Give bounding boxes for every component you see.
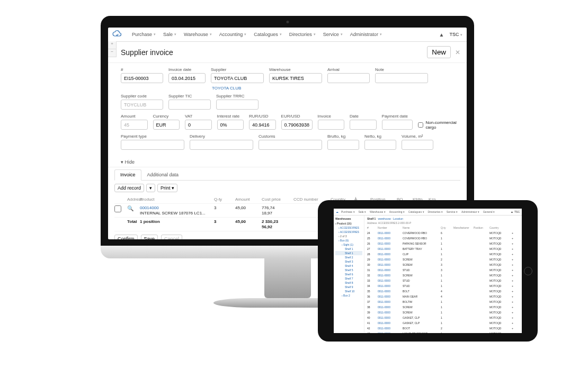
tree-item[interactable]: Shelf 1	[335, 251, 362, 255]
product-number-link[interactable]: 0011-0000	[378, 316, 402, 320]
product-number-link[interactable]: 0011-0000	[378, 247, 402, 251]
hide-toggle[interactable]: ▾ Hide	[108, 158, 467, 166]
payment-date-input[interactable]	[382, 120, 413, 130]
grid-cell[interactable]: +	[512, 236, 519, 240]
product-number-link[interactable]: 0011-0000	[378, 279, 402, 283]
date-field[interactable]	[350, 120, 377, 130]
tree-item[interactable]: Shelf 4	[335, 264, 362, 268]
product-number-link[interactable]: 0011-0000	[378, 268, 402, 272]
product-number-link[interactable]: 0011-0000	[378, 321, 402, 325]
tree-item[interactable]: Shelf 5	[335, 268, 362, 272]
new-button[interactable]: New	[427, 46, 451, 58]
tree-item[interactable]: Shelf 6	[335, 272, 362, 276]
cancel-button[interactable]: Cancel	[161, 235, 182, 239]
grid-cell[interactable]: +	[512, 289, 519, 293]
rurusd-input[interactable]	[249, 120, 276, 130]
tree-item[interactable]: Shelf 2	[335, 255, 362, 259]
tree-item[interactable]: Shelf 9	[335, 285, 362, 289]
product-number-link[interactable]: 0011-0000	[378, 231, 402, 235]
supplier-input[interactable]	[211, 73, 264, 83]
note-input[interactable]	[375, 73, 428, 83]
product-number-link[interactable]: 0011-0000	[378, 326, 402, 330]
grid-cell[interactable]: +	[512, 305, 519, 309]
product-number-link[interactable]: 0011-0000	[378, 300, 402, 304]
confirm-button[interactable]: Confirm	[114, 235, 138, 239]
product-number-link[interactable]: 0011-0000	[378, 284, 402, 288]
product-number-link[interactable]: 0011-0000	[378, 305, 402, 309]
amount-input[interactable]	[121, 120, 148, 130]
volume-input[interactable]	[402, 140, 433, 150]
row-checkbox[interactable]	[114, 205, 121, 212]
supplier-code-input[interactable]	[121, 100, 163, 110]
user-icon[interactable]: ▲	[511, 210, 513, 213]
vat-input[interactable]	[185, 120, 212, 130]
close-icon[interactable]: ✕	[455, 49, 460, 56]
arrival-input[interactable]	[327, 73, 370, 83]
tree-item[interactable]: › Box (6)	[335, 238, 362, 243]
menu-administrator[interactable]: Administrator ▾	[460, 210, 481, 214]
grid-cell[interactable]: +	[512, 268, 519, 272]
product-number-link[interactable]: 0011-0000	[378, 263, 402, 267]
tree-item[interactable]: Shelf 8	[335, 281, 362, 285]
menu-sale[interactable]: Sale ▾	[357, 210, 368, 214]
tab-additional-data[interactable]: Additional data	[141, 169, 185, 180]
netto-input[interactable]	[364, 140, 396, 150]
add-record-dropdown[interactable]: ▾	[146, 184, 155, 192]
product-number-link[interactable]: 0011-0000	[378, 241, 402, 246]
invoice-number-input[interactable]	[121, 73, 163, 83]
tree-item[interactable]: › ACCESSORIES	[335, 226, 362, 230]
product-number-link[interactable]: 0011-0000	[378, 294, 402, 299]
customs-input[interactable]	[259, 140, 322, 150]
left-panel-toggle[interactable]: +−	[108, 41, 117, 57]
search-icon[interactable]: 🔍	[127, 205, 140, 211]
invoice-field[interactable]	[318, 120, 345, 130]
account-dropdown[interactable]: TSC ▾	[449, 32, 462, 37]
menu-general[interactable]: General ▾	[482, 210, 496, 214]
grid-cell[interactable]: +	[512, 284, 519, 288]
tree-item[interactable]: Shelf 1	[335, 247, 362, 251]
menu-accounting[interactable]: Accounting ▾	[216, 30, 251, 39]
tree-item[interactable]: Shelf 3	[335, 259, 362, 264]
menu-service[interactable]: Service ▾	[319, 30, 346, 39]
menu-accounting[interactable]: Accounting ▾	[388, 210, 406, 214]
tree-item[interactable]: › Box 2	[335, 293, 362, 298]
tree-item[interactable]: Shelf 7	[335, 276, 362, 281]
grid-cell[interactable]: +	[512, 331, 519, 333]
non-commercial-checkbox[interactable]	[418, 122, 423, 128]
grid-cell[interactable]: +	[512, 316, 519, 320]
menu-catalogues[interactable]: Catalogues ▾	[407, 210, 426, 214]
menu-warehouse[interactable]: Warehouse ▾	[180, 30, 216, 39]
brutto-input[interactable]	[327, 140, 359, 150]
tree-item[interactable]: Shelf 10	[335, 289, 362, 293]
grid-cell[interactable]: +	[512, 252, 519, 256]
grid-cell[interactable]: +	[512, 300, 519, 304]
grid-cell[interactable]: +	[512, 326, 519, 330]
currency-input[interactable]	[153, 120, 180, 130]
grid-cell[interactable]: +	[512, 294, 519, 299]
grid-cell[interactable]: +	[512, 247, 519, 251]
product-number-link[interactable]: 0011-0000	[378, 273, 402, 277]
grid-cell[interactable]: +	[512, 257, 519, 262]
menu-catalogues[interactable]: Catalogues ▾	[250, 30, 286, 39]
grid-cell[interactable]: +	[512, 263, 519, 267]
tree-item[interactable]: › Product (16)	[335, 221, 362, 226]
supplier-link[interactable]: TOYOTA CLUB	[212, 86, 241, 91]
account-dropdown[interactable]: TSC	[514, 210, 520, 213]
eurusd-input[interactable]	[281, 120, 313, 130]
warehouse-input[interactable]	[269, 73, 322, 83]
product-number-link[interactable]: 0011-0000	[378, 236, 402, 240]
tab-invoice[interactable]: Invoice	[114, 169, 141, 181]
breadcrumb[interactable]: warehouse · Location	[378, 217, 403, 220]
product-number-link[interactable]: 0011-0000	[378, 257, 402, 262]
grid-cell[interactable]: +	[512, 241, 519, 246]
menu-directories[interactable]: Directories ▾	[286, 30, 319, 39]
grid-cell[interactable]: +	[512, 310, 519, 315]
menu-sale[interactable]: Sale ▾	[159, 30, 180, 39]
tree-item[interactable]: › ACCESSORIES	[335, 230, 362, 234]
product-number-link[interactable]: 0011-0000	[378, 331, 402, 333]
save-button[interactable]: Save	[141, 235, 158, 239]
menu-administrator[interactable]: Administrator ▾	[346, 30, 386, 39]
product-number-link[interactable]: 0011-0000	[378, 289, 402, 293]
tree-item[interactable]: › Sight (1)	[335, 243, 362, 247]
invoice-date-input[interactable]	[168, 73, 206, 83]
